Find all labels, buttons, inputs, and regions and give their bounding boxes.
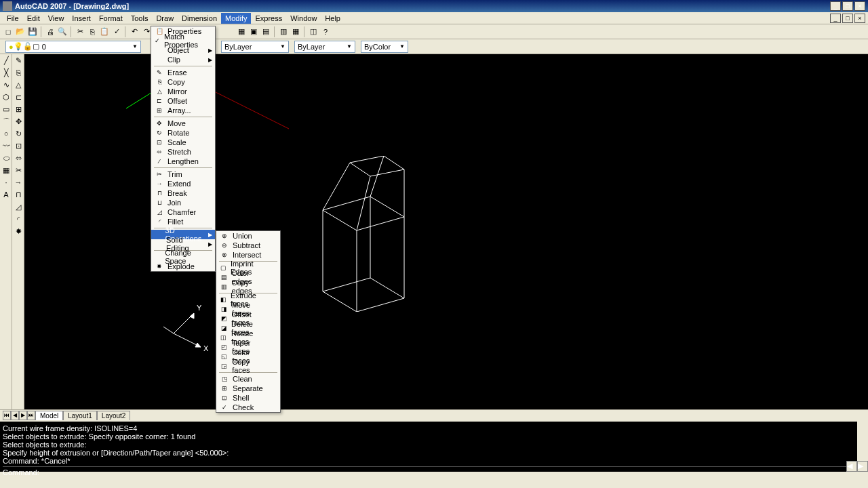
modify-copy[interactable]: ⎘Copy xyxy=(151,77,215,87)
tab-prev-button[interactable]: ◀ xyxy=(11,411,19,420)
modify-match-properties[interactable]: ✓Match Properties xyxy=(151,36,215,45)
cmd-scroll-right[interactable]: ▶ xyxy=(857,461,868,472)
new-icon[interactable]: □ xyxy=(3,26,14,37)
doc-close-button[interactable]: × xyxy=(854,14,865,23)
text-icon[interactable]: A xyxy=(1,189,12,200)
menu-view[interactable]: View xyxy=(44,13,68,24)
doc-minimize-button[interactable]: _ xyxy=(830,14,841,23)
tool-icon[interactable]: ▥ xyxy=(278,26,289,37)
modify-offset[interactable]: ⊏Offset xyxy=(151,96,215,106)
chamfer-icon[interactable]: ◿ xyxy=(13,201,24,212)
modify-solid-editing[interactable]: Solid Editing▶ xyxy=(151,239,215,249)
menu-draw[interactable]: Draw xyxy=(152,13,178,24)
break-icon[interactable]: ⊓ xyxy=(13,189,24,200)
rotate-icon[interactable]: ↻ xyxy=(13,128,24,139)
copy-icon[interactable]: ⎘ xyxy=(87,26,98,37)
solidedit-subtract[interactable]: ⊖Subtract xyxy=(216,241,280,250)
doc-maximize-button[interactable]: □ xyxy=(842,14,853,23)
move-icon[interactable]: ✥ xyxy=(13,116,24,127)
lineweight-dropdown[interactable]: ByLayer▼ xyxy=(294,41,355,53)
cmd-scroll-left[interactable]: ◀ xyxy=(846,461,857,472)
tab-layout1[interactable]: Layout1 xyxy=(63,411,97,420)
modify-trim[interactable]: ✂Trim xyxy=(151,169,215,179)
modify-scale[interactable]: ⊡Scale xyxy=(151,138,215,147)
explode-icon[interactable]: ✸ xyxy=(13,226,24,237)
menu-help[interactable]: Help xyxy=(321,13,344,24)
modify-join[interactable]: ⊔Join xyxy=(151,198,215,207)
modify-extend[interactable]: →Extend xyxy=(151,179,215,188)
arc-icon[interactable]: ⌒ xyxy=(1,116,12,127)
solidedit-union[interactable]: ⊕Union xyxy=(216,231,280,241)
props-icon[interactable]: ◫ xyxy=(308,26,319,37)
solidedit-copy-edges[interactable]: ▥Copy edges xyxy=(216,282,280,291)
modify-stretch[interactable]: ⬄Stretch xyxy=(151,147,215,157)
modify-change-space[interactable]: Change Space xyxy=(151,252,215,262)
undo-icon[interactable]: ↶ xyxy=(129,26,140,37)
paste-icon[interactable]: 📋 xyxy=(99,26,110,37)
maximize-button[interactable]: □ xyxy=(842,1,853,11)
modify-lengthen[interactable]: ∕Lengthen xyxy=(151,157,215,166)
open-icon[interactable]: 📂 xyxy=(15,26,26,37)
command-prompt[interactable]: Command: xyxy=(3,468,865,476)
solidedit-copy-faces[interactable]: ◲Copy faces xyxy=(216,361,280,371)
menu-edit[interactable]: Edit xyxy=(23,13,44,24)
menu-format[interactable]: Format xyxy=(95,13,127,24)
solidedit-separate[interactable]: ⊞Separate xyxy=(216,384,280,393)
hatch-icon[interactable]: ▦ xyxy=(1,165,12,176)
ellipse-icon[interactable]: ⬭ xyxy=(1,152,12,163)
modify-mirror[interactable]: △Mirror xyxy=(151,87,215,96)
mirror-icon[interactable]: △ xyxy=(13,79,24,90)
modify-break[interactable]: ⊓Break xyxy=(151,188,215,198)
menu-insert[interactable]: Insert xyxy=(68,13,95,24)
circle-icon[interactable]: ○ xyxy=(1,128,12,139)
modify-explode[interactable]: ✸Explode xyxy=(151,262,215,271)
linetype-dropdown[interactable]: ByLayer▼ xyxy=(221,41,289,53)
erase-icon[interactable]: ✎ xyxy=(13,55,24,66)
modify-object[interactable]: Object▶ xyxy=(151,45,215,55)
modify-rotate[interactable]: ↻Rotate xyxy=(151,128,215,138)
modify-fillet[interactable]: ◜Fillet xyxy=(151,217,215,226)
tab-last-button[interactable]: ⏭ xyxy=(27,411,35,420)
solidedit-clean[interactable]: ◳Clean xyxy=(216,374,280,384)
calc-icon[interactable]: ▦ xyxy=(290,26,301,37)
modify-erase[interactable]: ✎Erase xyxy=(151,68,215,77)
array-icon[interactable]: ⊞ xyxy=(13,104,24,115)
match-icon[interactable]: ✓ xyxy=(111,26,122,37)
point-icon[interactable]: · xyxy=(1,177,12,188)
close-button[interactable]: × xyxy=(854,1,865,11)
cmd-vscroll[interactable] xyxy=(857,422,868,462)
modify-chamfer[interactable]: ◿Chamfer xyxy=(151,207,215,217)
xref-icon[interactable]: ▣ xyxy=(248,26,259,37)
plot-icon[interactable]: 🖨 xyxy=(45,26,56,37)
solidedit-check[interactable]: ✓Check xyxy=(216,403,280,412)
fillet-icon[interactable]: ◜ xyxy=(13,214,24,224)
pline-icon[interactable]: ∿ xyxy=(1,79,12,90)
menu-dimension[interactable]: Dimension xyxy=(178,13,221,24)
minimize-button[interactable]: _ xyxy=(830,1,841,11)
color-dropdown[interactable]: ByColor▼ xyxy=(361,41,408,53)
menu-modify[interactable]: Modify xyxy=(221,13,251,24)
modify-array-[interactable]: ⊞Array... xyxy=(151,106,215,115)
extend-icon[interactable]: → xyxy=(13,177,24,188)
solidedit-intersect[interactable]: ⊗Intersect xyxy=(216,250,280,260)
stretch-icon[interactable]: ⬄ xyxy=(13,152,24,163)
spline-icon[interactable]: 〰 xyxy=(1,140,12,151)
xline-icon[interactable]: ╳ xyxy=(1,67,12,78)
image-icon[interactable]: ▤ xyxy=(260,26,271,37)
rect-icon[interactable]: ▭ xyxy=(1,104,12,115)
preview-icon[interactable]: 🔍 xyxy=(57,26,68,37)
layer-dropdown[interactable]: ●💡🔓▢ 0 ▼ xyxy=(5,41,141,53)
modify-clip[interactable]: Clip▶ xyxy=(151,55,215,64)
scale-icon[interactable]: ⊡ xyxy=(13,140,24,151)
offset-icon[interactable]: ⊏ xyxy=(13,92,24,102)
save-icon[interactable]: 💾 xyxy=(27,26,38,37)
solidedit-shell[interactable]: ⊡Shell xyxy=(216,393,280,403)
copy2-icon[interactable]: ⎘ xyxy=(13,67,24,78)
modify-move[interactable]: ✥Move xyxy=(151,119,215,128)
menu-file[interactable]: File xyxy=(3,13,23,24)
menu-tools[interactable]: Tools xyxy=(127,13,153,24)
polygon-icon[interactable]: ⬡ xyxy=(1,92,12,102)
trim-icon[interactable]: ✂ xyxy=(13,165,24,176)
help-icon[interactable]: ? xyxy=(320,26,331,37)
tab-layout2[interactable]: Layout2 xyxy=(97,411,131,420)
